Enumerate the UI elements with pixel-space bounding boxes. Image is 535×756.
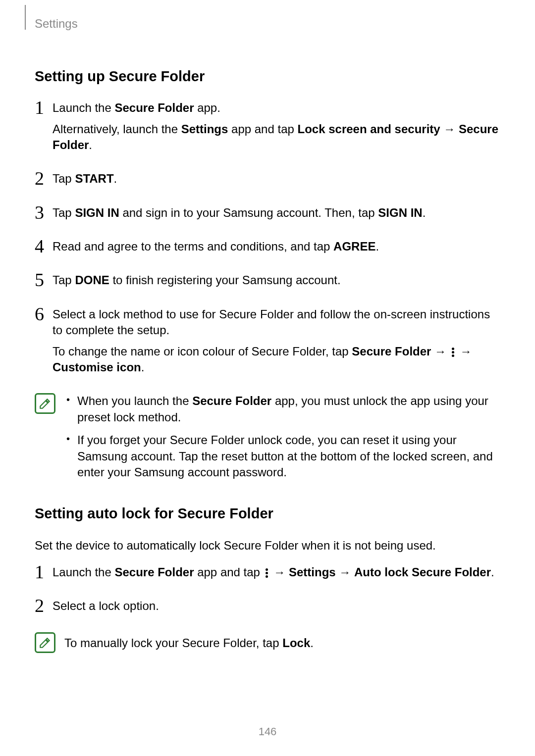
text: . <box>375 240 379 253</box>
bold-text: Secure Folder <box>352 345 431 358</box>
bold-text: SIGN IN <box>75 206 119 219</box>
step-body: Tap SIGN IN and sign in to your Samsung … <box>53 205 500 226</box>
arrow-icon: → <box>440 122 459 136</box>
step-number: 4 <box>35 237 53 259</box>
bold-text: Lock screen and security <box>298 122 440 136</box>
step-number: 3 <box>35 203 53 226</box>
step-1: 1 Launch the Secure Folder app. Alternat… <box>35 100 500 158</box>
page-number: 146 <box>0 724 535 739</box>
note-icon-cell <box>35 632 64 653</box>
step-number: 6 <box>35 304 53 381</box>
step-body: Select a lock option. <box>53 598 500 619</box>
note-block: When you launch the Secure Folder app, y… <box>35 393 500 487</box>
note-item: When you launch the Secure Folder app, y… <box>64 393 500 425</box>
note-body: When you launch the Secure Folder app, y… <box>64 393 500 487</box>
text: . <box>141 360 145 374</box>
text: Tap <box>53 273 75 287</box>
step-number: 2 <box>35 596 53 619</box>
text: . <box>114 172 117 185</box>
header-rule <box>25 5 26 30</box>
bold-text: Auto lock Secure Folder <box>354 565 491 579</box>
note-icon <box>35 393 55 414</box>
bold-text: Secure Folder <box>114 565 194 579</box>
step-body: Tap START. <box>53 171 500 192</box>
note-body: To manually lock your Secure Folder, tap… <box>64 632 500 653</box>
step-number: 1 <box>35 562 53 585</box>
bold-text: START <box>75 172 113 185</box>
text: When you launch the <box>77 394 192 407</box>
step-body: Launch the Secure Folder app and tap → S… <box>53 564 500 585</box>
pencil-icon <box>39 397 52 410</box>
text: To manually lock your Secure Folder, tap <box>64 636 282 650</box>
autolock-step-2: 2 Select a lock option. <box>35 598 500 619</box>
text: . <box>310 636 314 650</box>
step-number: 2 <box>35 169 53 192</box>
step-3: 3 Tap SIGN IN and sign in to your Samsun… <box>35 205 500 226</box>
step-5: 5 Tap DONE to finish registering your Sa… <box>35 272 500 293</box>
bold-text: Settings <box>289 565 336 579</box>
note-block: To manually lock your Secure Folder, tap… <box>35 632 500 653</box>
bold-text: AGREE <box>333 240 375 253</box>
text: To change the name or icon colour of Sec… <box>53 345 352 358</box>
header-section-label: Settings <box>35 16 78 32</box>
text: Alternatively, launch the <box>53 122 181 136</box>
text: Read and agree to the terms and conditio… <box>53 240 333 253</box>
step-number: 5 <box>35 270 53 293</box>
pencil-icon <box>39 636 52 649</box>
step-body: Select a lock method to use for Secure F… <box>53 306 500 381</box>
more-options-icon <box>450 347 457 358</box>
autolock-step-1: 1 Launch the Secure Folder app and tap →… <box>35 564 500 585</box>
text: Select a lock option. <box>53 598 500 614</box>
bold-text: Customise icon <box>53 360 141 374</box>
step-body: Tap DONE to finish registering your Sams… <box>53 272 500 293</box>
text: . <box>423 206 426 219</box>
step-number: 1 <box>35 98 53 158</box>
text: app and tap <box>228 122 297 136</box>
arrow-icon: → <box>336 565 354 579</box>
section-title-autolock: Setting auto lock for Secure Folder <box>35 504 500 523</box>
arrow-icon: → <box>270 565 289 579</box>
text: Launch the <box>53 565 114 579</box>
bold-text: DONE <box>75 273 109 287</box>
content: Setting up Secure Folder 1 Launch the Se… <box>35 15 500 653</box>
step-body: Launch the Secure Folder app. Alternativ… <box>53 100 500 158</box>
bold-text: Settings <box>181 122 228 136</box>
arrow-icon: → <box>457 345 472 358</box>
text: . <box>89 138 92 151</box>
text: If you forget your Secure Folder unlock … <box>77 433 493 479</box>
text: app and tap <box>194 565 264 579</box>
bold-text: Secure Folder <box>192 394 271 407</box>
step-2: 2 Tap START. <box>35 171 500 192</box>
text: app. <box>194 101 220 114</box>
text: and sign in to your Samsung account. The… <box>119 206 378 219</box>
intro-text: Set the device to automatically lock Sec… <box>35 538 500 554</box>
bold-text: SIGN IN <box>378 206 422 219</box>
step-body: Read and agree to the terms and conditio… <box>53 239 500 259</box>
page: Settings Setting up Secure Folder 1 Laun… <box>0 0 535 756</box>
note-icon-cell <box>35 393 64 487</box>
step-4: 4 Read and agree to the terms and condit… <box>35 239 500 259</box>
arrow-icon: → <box>431 345 449 358</box>
text: Tap <box>53 172 75 185</box>
text: . <box>491 565 494 579</box>
text: Tap <box>53 206 75 219</box>
more-options-icon <box>264 567 270 579</box>
bold-text: Lock <box>282 636 310 650</box>
text: Launch the <box>53 101 114 114</box>
bold-text: Secure Folder <box>114 101 194 114</box>
section-title-setup: Setting up Secure Folder <box>35 67 500 86</box>
text: Select a lock method to use for Secure F… <box>53 306 500 339</box>
text: to finish registering your Samsung accou… <box>109 273 341 287</box>
step-6: 6 Select a lock method to use for Secure… <box>35 306 500 381</box>
note-icon <box>35 632 55 653</box>
note-item: If you forget your Secure Folder unlock … <box>64 432 500 480</box>
